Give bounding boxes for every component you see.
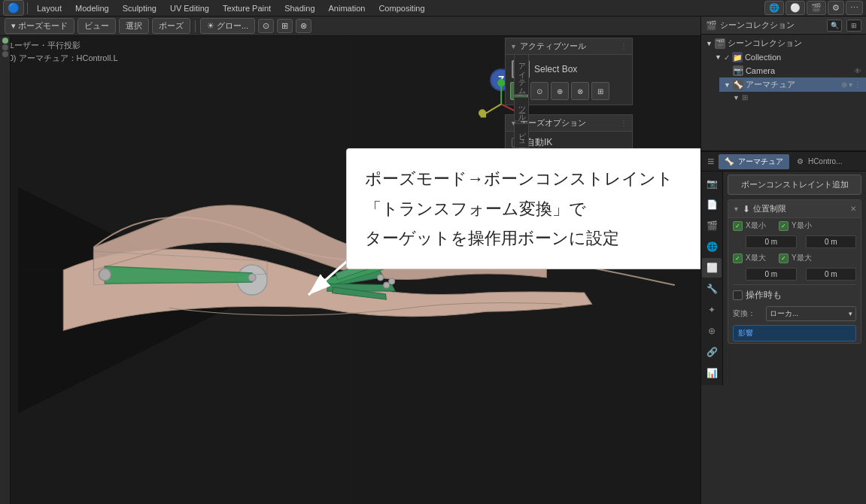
operation-checkbox[interactable]	[733, 290, 743, 300]
menu-tab-texture[interactable]: Texture Paint	[217, 2, 277, 14]
channel-2	[2, 44, 8, 50]
outliner-item-armature-sub[interactable]: ▼ ⊞	[728, 92, 866, 103]
outliner-title: シーンコレクション	[720, 20, 824, 31]
sub-expand-icon: ▼	[733, 94, 740, 102]
settings-icon[interactable]: ⚙	[828, 1, 844, 15]
proportional-btn[interactable]: ⊗	[296, 19, 311, 33]
outliner-item-armature[interactable]: ▼ 🦴 アーマチュア ⊕ ▾ ⋮	[719, 77, 866, 92]
select-menu-button[interactable]: 選択	[119, 18, 149, 34]
xmin-value[interactable]: 0 m	[746, 235, 797, 248]
props-tab-hcontrol[interactable]: ⚙ HContro...	[791, 155, 848, 168]
sub-label: ⊞	[742, 93, 748, 102]
props-side-tabs: 📷 📄 🎬 🌐 ⬜ 🔧 ✦ ⊕ 🔗 📊	[701, 172, 723, 385]
add-constraint-btn[interactable]: ボーンコンストレイント追加	[728, 175, 861, 195]
xmax-label: X最大	[746, 253, 776, 263]
view-label: ビュー	[84, 20, 109, 32]
scene-svg: Z ⊕ ✋	[0, 36, 700, 504]
menu-tab-layout[interactable]: Layout	[31, 2, 68, 14]
active-tool-title: アクティブツール	[520, 41, 617, 52]
tool-btn-4[interactable]: ⊗	[571, 82, 589, 100]
render2-icon[interactable]: ⚪	[785, 1, 805, 15]
side-tab-tool[interactable]: ツール	[514, 97, 529, 121]
scene-icon[interactable]: 🎬	[807, 1, 826, 15]
active-tool-collapse[interactable]: ▼	[510, 43, 517, 50]
constraint-collapse-icon[interactable]: ▼	[733, 205, 740, 213]
pst-physics[interactable]: ⊕	[702, 321, 722, 341]
props-tab-armature[interactable]: 🦴 アーマチュア	[719, 154, 789, 169]
constraint-close-btn[interactable]: ✕	[850, 205, 856, 213]
pose-options-more[interactable]: ⋮	[620, 119, 627, 127]
glow-button[interactable]: ☀ グロー...	[200, 18, 255, 34]
constraint-block: ▼ ⬇ 位置制限 ✕ ✓ X最小 ✓ Y最小	[728, 199, 861, 344]
menu-tab-compositing[interactable]: Compositing	[372, 2, 430, 14]
pst-render[interactable]: 📷	[702, 174, 722, 193]
xmin-checkbox[interactable]: ✓	[733, 221, 743, 231]
menu-tab-sculpting[interactable]: Sculpting	[117, 2, 163, 14]
svg-point-16	[248, 274, 256, 281]
collection-check-icon[interactable]: ✓	[724, 53, 730, 62]
view-menu-button[interactable]: ビュー	[77, 18, 116, 34]
ymax-label: Y最大	[792, 253, 822, 263]
menu-tab-uv[interactable]: UV Editing	[164, 2, 215, 14]
channel-3	[2, 51, 8, 57]
svg-point-27	[479, 109, 486, 117]
tool-btn-5[interactable]: ⊞	[591, 82, 609, 100]
scene-icon: 🎬	[715, 38, 725, 49]
snap-btn[interactable]: ⊞	[277, 19, 293, 33]
pst-data[interactable]: 📊	[702, 363, 722, 383]
ymin-checkbox[interactable]: ✓	[779, 221, 789, 231]
menu-tab-animation[interactable]: Animation	[323, 2, 372, 14]
transform-label: 変換：	[733, 308, 763, 319]
pst-modifier[interactable]: 🔧	[702, 279, 722, 299]
side-tab-item[interactable]: アイテム	[514, 54, 529, 95]
xmax-value[interactable]: 0 m	[746, 268, 797, 281]
pose-mode-button[interactable]: ▾ ポーズモード	[5, 18, 74, 34]
render-icon[interactable]: 🌐	[764, 1, 784, 15]
xmax-checkbox[interactable]: ✓	[733, 254, 743, 263]
outliner-item-camera[interactable]: ▼ 📷 Camera 👁	[719, 64, 866, 77]
pose-mode-icon: ▾	[11, 21, 16, 31]
pst-world[interactable]: 🌐	[702, 237, 722, 257]
outliner-item-scene[interactable]: ▼ 🎬 シーンコレクション	[701, 36, 866, 50]
hcontrol-label: HContro...	[808, 157, 843, 165]
tool-btn-3[interactable]: ⊕	[551, 82, 569, 100]
blender-logo[interactable]: 🔵	[3, 0, 24, 16]
select-box-label: Select Box	[534, 64, 577, 74]
top-menubar: 🔵 Layout Modeling Sculpting UV Editing T…	[0, 0, 866, 17]
props-tab-back[interactable]: ≡	[704, 155, 717, 169]
channel-list	[0, 36, 11, 504]
ymin-value[interactable]: 0 m	[806, 235, 857, 248]
camera-vis-icon[interactable]: 👁	[854, 67, 861, 75]
more-icon[interactable]: ⋯	[846, 1, 863, 15]
transform-value: ローカ...	[770, 308, 798, 319]
props-divider	[733, 284, 856, 285]
menu-tab-modeling[interactable]: Modeling	[69, 2, 115, 14]
pst-output[interactable]: 📄	[702, 195, 722, 214]
armature-tab-label: アーマチュア	[738, 157, 783, 165]
pst-object[interactable]: ⬜	[702, 258, 722, 278]
influence-row[interactable]: 影響	[733, 325, 856, 342]
constraint-title: 位置制限	[753, 203, 847, 214]
pose-menu-button[interactable]: ポーズ	[152, 18, 190, 34]
pst-scene[interactable]: 🎬	[702, 216, 722, 235]
menu-tab-shading[interactable]: Shading	[278, 2, 321, 14]
pose-mode-label: ポーズモード	[18, 20, 68, 32]
pst-particles[interactable]: ✦	[702, 300, 722, 320]
outliner-filter-btn[interactable]: ⊞	[846, 20, 861, 32]
scene-3d[interactable]: Z ⊕ ✋	[0, 36, 700, 504]
tool-btn-2[interactable]: ⊙	[530, 82, 548, 100]
properties-panel: ≡ 🦴 アーマチュア ⚙ HContro... 📷 📄 🎬 🌐	[701, 152, 866, 504]
outliner-item-collection[interactable]: ▼ ✓ 📁 Collection	[710, 50, 866, 64]
outliner-search-btn[interactable]: 🔍	[827, 20, 842, 32]
side-tab-view[interactable]: ビュー	[514, 123, 529, 148]
ymax-checkbox[interactable]: ✓	[779, 254, 789, 263]
user-label-block: ユーザー・平行投影 (0) アーマチュア：HControll.L	[6, 39, 118, 64]
pst-constraints[interactable]: 🔗	[702, 342, 722, 362]
transform-dropdown[interactable]: ローカ... ▾	[766, 306, 856, 321]
active-tool-more[interactable]: ⋮	[620, 42, 627, 50]
ymax-value[interactable]: 0 m	[806, 268, 857, 281]
annotation-line1: ポーズモード→ボーンコンストレイント	[365, 164, 700, 194]
main-area: ▾ ポーズモード ビュー 選択 ポーズ ☀ グロー... ⊙ ⊞ ⊗ ユーザー・…	[0, 17, 866, 504]
glow-label: グロー...	[217, 20, 248, 32]
viewport-overlay-btn[interactable]: ⊙	[258, 19, 274, 33]
